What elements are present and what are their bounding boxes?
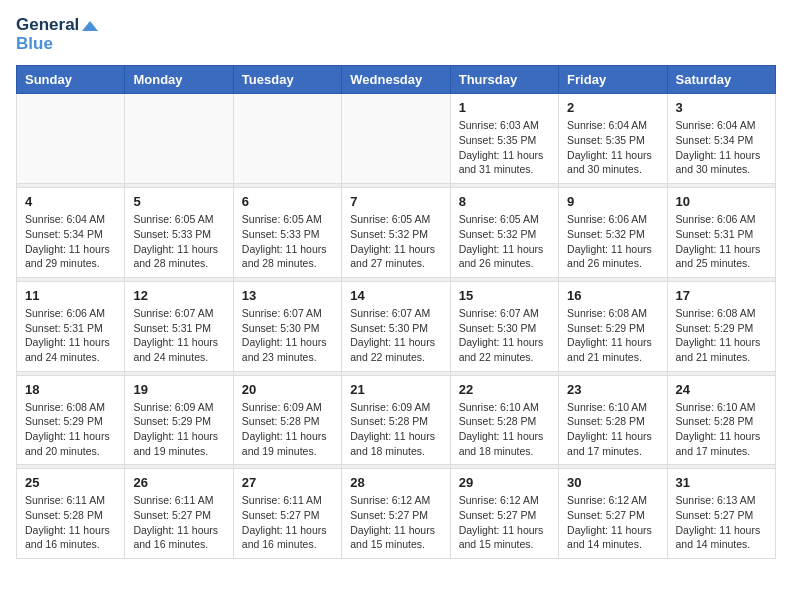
calendar-cell: 27Sunrise: 6:11 AM Sunset: 5:27 PM Dayli… (233, 469, 341, 559)
day-info: Sunrise: 6:05 AM Sunset: 5:33 PM Dayligh… (133, 212, 224, 271)
day-number: 29 (459, 475, 550, 490)
calendar-cell: 10Sunrise: 6:06 AM Sunset: 5:31 PM Dayli… (667, 188, 775, 278)
calendar-week-row-2: 4Sunrise: 6:04 AM Sunset: 5:34 PM Daylig… (17, 188, 776, 278)
day-number: 2 (567, 100, 658, 115)
calendar-cell: 29Sunrise: 6:12 AM Sunset: 5:27 PM Dayli… (450, 469, 558, 559)
calendar-cell: 21Sunrise: 6:09 AM Sunset: 5:28 PM Dayli… (342, 375, 450, 465)
day-info: Sunrise: 6:08 AM Sunset: 5:29 PM Dayligh… (567, 306, 658, 365)
day-info: Sunrise: 6:12 AM Sunset: 5:27 PM Dayligh… (567, 493, 658, 552)
calendar-cell (17, 94, 125, 184)
day-info: Sunrise: 6:07 AM Sunset: 5:31 PM Dayligh… (133, 306, 224, 365)
day-info: Sunrise: 6:05 AM Sunset: 5:32 PM Dayligh… (459, 212, 550, 271)
day-info: Sunrise: 6:10 AM Sunset: 5:28 PM Dayligh… (676, 400, 767, 459)
calendar-cell: 8Sunrise: 6:05 AM Sunset: 5:32 PM Daylig… (450, 188, 558, 278)
day-number: 5 (133, 194, 224, 209)
day-number: 14 (350, 288, 441, 303)
weekday-header-tuesday: Tuesday (233, 66, 341, 94)
calendar-cell: 5Sunrise: 6:05 AM Sunset: 5:33 PM Daylig… (125, 188, 233, 278)
day-number: 30 (567, 475, 658, 490)
day-info: Sunrise: 6:13 AM Sunset: 5:27 PM Dayligh… (676, 493, 767, 552)
day-number: 12 (133, 288, 224, 303)
weekday-header-monday: Monday (125, 66, 233, 94)
day-info: Sunrise: 6:11 AM Sunset: 5:27 PM Dayligh… (133, 493, 224, 552)
calendar-cell: 31Sunrise: 6:13 AM Sunset: 5:27 PM Dayli… (667, 469, 775, 559)
day-info: Sunrise: 6:06 AM Sunset: 5:32 PM Dayligh… (567, 212, 658, 271)
day-info: Sunrise: 6:11 AM Sunset: 5:27 PM Dayligh… (242, 493, 333, 552)
calendar-cell: 13Sunrise: 6:07 AM Sunset: 5:30 PM Dayli… (233, 281, 341, 371)
calendar-cell: 17Sunrise: 6:08 AM Sunset: 5:29 PM Dayli… (667, 281, 775, 371)
weekday-header-saturday: Saturday (667, 66, 775, 94)
day-number: 3 (676, 100, 767, 115)
day-info: Sunrise: 6:12 AM Sunset: 5:27 PM Dayligh… (459, 493, 550, 552)
calendar-cell: 12Sunrise: 6:07 AM Sunset: 5:31 PM Dayli… (125, 281, 233, 371)
day-info: Sunrise: 6:10 AM Sunset: 5:28 PM Dayligh… (459, 400, 550, 459)
day-info: Sunrise: 6:06 AM Sunset: 5:31 PM Dayligh… (25, 306, 116, 365)
calendar-week-row-3: 11Sunrise: 6:06 AM Sunset: 5:31 PM Dayli… (17, 281, 776, 371)
day-number: 13 (242, 288, 333, 303)
day-number: 4 (25, 194, 116, 209)
calendar-cell: 1Sunrise: 6:03 AM Sunset: 5:35 PM Daylig… (450, 94, 558, 184)
calendar-cell: 9Sunrise: 6:06 AM Sunset: 5:32 PM Daylig… (559, 188, 667, 278)
day-number: 1 (459, 100, 550, 115)
day-info: Sunrise: 6:08 AM Sunset: 5:29 PM Dayligh… (25, 400, 116, 459)
day-number: 10 (676, 194, 767, 209)
day-info: Sunrise: 6:04 AM Sunset: 5:34 PM Dayligh… (25, 212, 116, 271)
day-number: 9 (567, 194, 658, 209)
day-number: 19 (133, 382, 224, 397)
day-info: Sunrise: 6:05 AM Sunset: 5:33 PM Dayligh… (242, 212, 333, 271)
calendar-cell: 16Sunrise: 6:08 AM Sunset: 5:29 PM Dayli… (559, 281, 667, 371)
day-info: Sunrise: 6:03 AM Sunset: 5:35 PM Dayligh… (459, 118, 550, 177)
calendar-cell: 6Sunrise: 6:05 AM Sunset: 5:33 PM Daylig… (233, 188, 341, 278)
day-info: Sunrise: 6:11 AM Sunset: 5:28 PM Dayligh… (25, 493, 116, 552)
day-info: Sunrise: 6:07 AM Sunset: 5:30 PM Dayligh… (350, 306, 441, 365)
weekday-header-row: SundayMondayTuesdayWednesdayThursdayFrid… (17, 66, 776, 94)
day-number: 28 (350, 475, 441, 490)
weekday-header-sunday: Sunday (17, 66, 125, 94)
weekday-header-thursday: Thursday (450, 66, 558, 94)
day-info: Sunrise: 6:05 AM Sunset: 5:32 PM Dayligh… (350, 212, 441, 271)
day-number: 20 (242, 382, 333, 397)
day-number: 15 (459, 288, 550, 303)
calendar-cell: 28Sunrise: 6:12 AM Sunset: 5:27 PM Dayli… (342, 469, 450, 559)
day-number: 18 (25, 382, 116, 397)
weekday-header-wednesday: Wednesday (342, 66, 450, 94)
day-info: Sunrise: 6:04 AM Sunset: 5:34 PM Dayligh… (676, 118, 767, 177)
day-number: 31 (676, 475, 767, 490)
day-number: 6 (242, 194, 333, 209)
calendar-cell: 26Sunrise: 6:11 AM Sunset: 5:27 PM Dayli… (125, 469, 233, 559)
calendar-cell: 4Sunrise: 6:04 AM Sunset: 5:34 PM Daylig… (17, 188, 125, 278)
calendar-table: SundayMondayTuesdayWednesdayThursdayFrid… (16, 65, 776, 559)
calendar-cell: 23Sunrise: 6:10 AM Sunset: 5:28 PM Dayli… (559, 375, 667, 465)
logo-text-blue: Blue (16, 35, 98, 54)
day-number: 23 (567, 382, 658, 397)
day-number: 21 (350, 382, 441, 397)
calendar-cell: 22Sunrise: 6:10 AM Sunset: 5:28 PM Dayli… (450, 375, 558, 465)
day-info: Sunrise: 6:09 AM Sunset: 5:28 PM Dayligh… (242, 400, 333, 459)
day-info: Sunrise: 6:10 AM Sunset: 5:28 PM Dayligh… (567, 400, 658, 459)
page-header: General Blue (16, 16, 776, 53)
calendar-cell: 14Sunrise: 6:07 AM Sunset: 5:30 PM Dayli… (342, 281, 450, 371)
calendar-cell (342, 94, 450, 184)
day-number: 27 (242, 475, 333, 490)
day-info: Sunrise: 6:07 AM Sunset: 5:30 PM Dayligh… (459, 306, 550, 365)
day-info: Sunrise: 6:07 AM Sunset: 5:30 PM Dayligh… (242, 306, 333, 365)
day-info: Sunrise: 6:09 AM Sunset: 5:28 PM Dayligh… (350, 400, 441, 459)
calendar-cell: 11Sunrise: 6:06 AM Sunset: 5:31 PM Dayli… (17, 281, 125, 371)
day-number: 8 (459, 194, 550, 209)
day-number: 11 (25, 288, 116, 303)
calendar-cell: 3Sunrise: 6:04 AM Sunset: 5:34 PM Daylig… (667, 94, 775, 184)
logo-text-general: General (16, 16, 98, 35)
calendar-week-row-1: 1Sunrise: 6:03 AM Sunset: 5:35 PM Daylig… (17, 94, 776, 184)
calendar-cell: 25Sunrise: 6:11 AM Sunset: 5:28 PM Dayli… (17, 469, 125, 559)
calendar-cell: 18Sunrise: 6:08 AM Sunset: 5:29 PM Dayli… (17, 375, 125, 465)
calendar-cell: 7Sunrise: 6:05 AM Sunset: 5:32 PM Daylig… (342, 188, 450, 278)
logo: General Blue (16, 16, 98, 53)
day-number: 24 (676, 382, 767, 397)
day-number: 26 (133, 475, 224, 490)
day-number: 22 (459, 382, 550, 397)
calendar-cell: 2Sunrise: 6:04 AM Sunset: 5:35 PM Daylig… (559, 94, 667, 184)
day-info: Sunrise: 6:06 AM Sunset: 5:31 PM Dayligh… (676, 212, 767, 271)
calendar-cell: 24Sunrise: 6:10 AM Sunset: 5:28 PM Dayli… (667, 375, 775, 465)
calendar-week-row-4: 18Sunrise: 6:08 AM Sunset: 5:29 PM Dayli… (17, 375, 776, 465)
calendar-cell (233, 94, 341, 184)
